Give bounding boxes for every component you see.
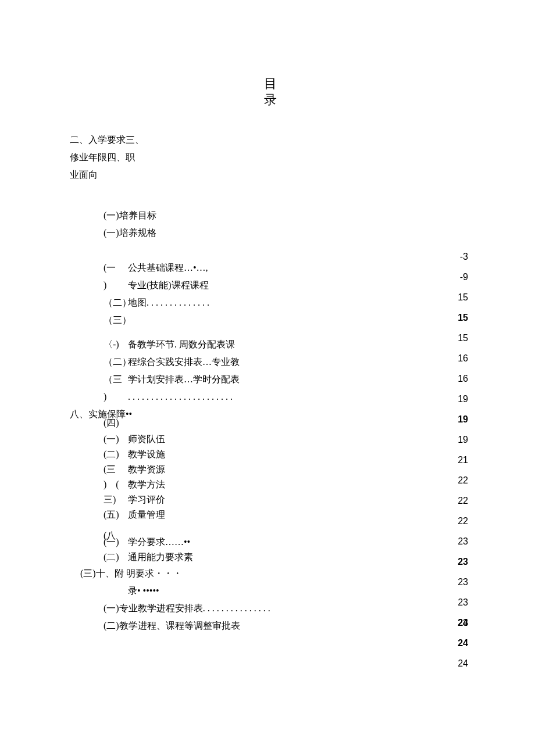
toc-text: 师资队伍 bbox=[128, 432, 165, 447]
toc-row: (四) bbox=[104, 414, 471, 432]
toc-label: （三） bbox=[104, 311, 128, 329]
toc-row: (一)师资队伍 bbox=[104, 432, 471, 447]
page-number: 23 bbox=[458, 551, 468, 572]
toc-text: 地图. . . . . . . . . . . . . . bbox=[128, 294, 209, 311]
toc-label: ) ( bbox=[104, 477, 128, 492]
toc-label: (一 bbox=[104, 259, 128, 277]
toc-text: 教学方法 bbox=[128, 477, 165, 492]
toc-text: (二)教学进程、课程等调整审批表 bbox=[104, 617, 240, 635]
toc-text: 录• ••••• bbox=[128, 582, 159, 600]
goal-2: (一)培养规格 bbox=[104, 224, 471, 242]
page-number: -3 bbox=[458, 246, 468, 267]
title-char-2: 录 bbox=[70, 92, 471, 108]
page-number: 23 bbox=[458, 592, 468, 612]
toc-text: 学分要求……•• bbox=[128, 535, 190, 550]
toc-text: 通用能力要求素 bbox=[128, 550, 193, 565]
page-number: -9 bbox=[458, 267, 468, 287]
toc-row: （三） bbox=[104, 311, 471, 329]
page-number: 16 bbox=[458, 348, 468, 368]
toc-label: （二） bbox=[104, 294, 128, 311]
toc-row: (一公共基础课程…•…, bbox=[104, 259, 471, 277]
appendix-1: (一)专业教学进程安排表. . . . . . . . . . . . . . … bbox=[104, 600, 471, 617]
toc-row: )专业(技能)课程课程 bbox=[104, 277, 471, 294]
toc-label: (四) bbox=[104, 414, 128, 432]
page-number: 22 bbox=[458, 490, 468, 511]
toc-label: ) bbox=[104, 388, 128, 406]
intro-line-1: 二、入学要求三、 bbox=[70, 131, 471, 149]
toc-text: 质量管理 bbox=[128, 507, 165, 522]
toc-label: (二) bbox=[104, 447, 128, 462]
toc-text: 专业(技能)课程课程 bbox=[128, 277, 209, 294]
goal-1: (一)培养目标 bbox=[104, 207, 471, 224]
toc-label: (一) bbox=[104, 432, 128, 447]
toc-label: (五) bbox=[104, 507, 128, 522]
toc-section-1: (一公共基础课程…•…, )专业(技能)课程课程 （二）地图. . . . . … bbox=[104, 259, 471, 635]
toc-row: (二)教学设施 bbox=[104, 447, 471, 462]
page-number: 24 bbox=[458, 633, 468, 653]
toc-text: (一)专业教学进程安排表. . . . . . . . . . . . . . … bbox=[104, 600, 270, 617]
page-number: 24 bbox=[458, 653, 468, 673]
toc-row: (一)学分要求……•• bbox=[104, 535, 471, 550]
intro-line-2: 修业年限四、职 bbox=[70, 149, 471, 166]
page-number: 19 bbox=[458, 389, 468, 409]
toc-label: ) bbox=[104, 277, 128, 294]
page-number: 16 bbox=[458, 368, 468, 389]
toc-row: (五)质量管理 bbox=[104, 507, 471, 522]
toc-label: （二） bbox=[104, 353, 128, 371]
page-number: 23 bbox=[458, 612, 468, 633]
toc-label: （三 bbox=[104, 371, 128, 388]
toc-text: 备教学环节. 周数分配表课 bbox=[128, 336, 235, 353]
page-number: 23 bbox=[458, 531, 468, 551]
page-number: 19 bbox=[458, 409, 468, 429]
intro-block: 二、入学要求三、 修业年限四、职 业面向 bbox=[70, 131, 471, 184]
page-number: 22 bbox=[458, 511, 468, 531]
page-number: 19 bbox=[458, 429, 468, 450]
toc-label: 三) bbox=[104, 492, 128, 507]
page-number: 15 bbox=[458, 307, 468, 328]
toc-text: 学习评价 bbox=[128, 492, 165, 507]
toc-text: 学计划安排表…学时分配表 bbox=[128, 371, 240, 388]
toc-label: (一) bbox=[104, 535, 128, 550]
intro-line-3: 业面向 bbox=[70, 166, 471, 184]
toc-text: . . . . . . . . . . . . . . . . . . . . … bbox=[128, 388, 233, 406]
line-san: (三)十、附 明要求・・・ bbox=[80, 565, 471, 582]
title-char-1: 目 bbox=[70, 76, 471, 92]
page-number: 15 bbox=[458, 287, 468, 307]
toc-label: 〈-) bbox=[104, 336, 128, 353]
page-number: 22 bbox=[458, 470, 468, 490]
toc-row: 〈-)备教学环节. 周数分配表课 bbox=[104, 336, 471, 353]
toc-row: ) (教学方法 bbox=[104, 477, 471, 492]
toc-row: ). . . . . . . . . . . . . . . . . . . .… bbox=[104, 388, 471, 406]
line-lu: 录• ••••• bbox=[104, 582, 471, 600]
appendix-2: (二)教学进程、课程等调整审批表 bbox=[104, 617, 471, 635]
toc-row: （二）程综合实践安排表…专业教 bbox=[104, 353, 471, 371]
page-numbers-column: -3-9151515161619191921222222232323232423… bbox=[458, 246, 468, 673]
page-number: 23 bbox=[458, 572, 468, 592]
toc-row: (三教学资源 bbox=[104, 462, 471, 477]
toc-label: (二) bbox=[104, 550, 128, 565]
toc-text: 公共基础课程…•…, bbox=[128, 259, 208, 277]
toc-text: 程综合实践安排表…专业教 bbox=[128, 353, 240, 371]
toc-row: （二）地图. . . . . . . . . . . . . . bbox=[104, 294, 471, 311]
toc-row: （三学计划安排表…学时分配表 bbox=[104, 371, 471, 388]
goals-block: (一)培养目标 (一)培养规格 bbox=[104, 207, 471, 242]
toc-row: 三)学习评价 bbox=[104, 492, 471, 507]
toc-text: 教学设施 bbox=[128, 447, 165, 462]
toc-text: 教学资源 bbox=[128, 462, 165, 477]
toc-row: (二)通用能力要求素 bbox=[104, 550, 471, 565]
toc-label: (三 bbox=[104, 462, 128, 477]
document-title: 目 录 bbox=[70, 76, 471, 108]
page-number: 15 bbox=[458, 328, 468, 348]
page-number: 21 bbox=[458, 450, 468, 470]
